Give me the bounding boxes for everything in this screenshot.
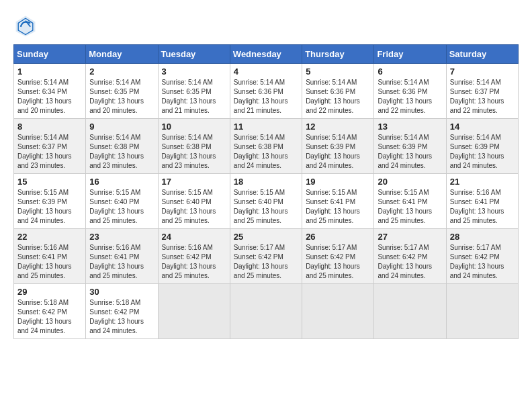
sunset-text: Sunset: 6:41 PM bbox=[450, 197, 515, 207]
calendar-week-4: 22 Sunrise: 5:16 AM Sunset: 6:41 PM Dayl… bbox=[14, 229, 519, 284]
calendar-cell: 7 Sunrise: 5:14 AM Sunset: 6:37 PM Dayli… bbox=[446, 64, 518, 119]
sunset-text: Sunset: 6:42 PM bbox=[234, 253, 298, 262]
day-number: 3 bbox=[162, 66, 226, 77]
cell-content: Sunrise: 5:14 AM Sunset: 6:39 PM Dayligh… bbox=[378, 133, 442, 171]
cell-content: Sunrise: 5:16 AM Sunset: 6:41 PM Dayligh… bbox=[450, 188, 515, 226]
sunrise-text: Sunrise: 5:14 AM bbox=[162, 133, 226, 142]
daylight-text: Daylight: 13 hours and 25 minutes. bbox=[306, 207, 370, 226]
daylight-text: Daylight: 13 hours and 25 minutes. bbox=[234, 207, 298, 226]
cell-content: Sunrise: 5:17 AM Sunset: 6:42 PM Dayligh… bbox=[378, 243, 442, 281]
day-number: 17 bbox=[162, 177, 226, 187]
col-saturday: Saturday bbox=[446, 45, 518, 64]
daylight-text: Daylight: 13 hours and 22 minutes. bbox=[306, 97, 370, 116]
sunrise-text: Sunrise: 5:17 AM bbox=[306, 243, 370, 253]
calendar-cell: 17 Sunrise: 5:15 AM Sunset: 6:40 PM Dayl… bbox=[158, 174, 230, 229]
col-friday: Friday bbox=[374, 45, 446, 64]
day-number: 11 bbox=[234, 122, 298, 132]
sunset-text: Sunset: 6:41 PM bbox=[89, 253, 154, 262]
calendar-cell: 5 Sunrise: 5:14 AM Sunset: 6:36 PM Dayli… bbox=[302, 64, 374, 119]
calendar-cell bbox=[158, 284, 230, 339]
calendar-cell: 9 Sunrise: 5:14 AM Sunset: 6:38 PM Dayli… bbox=[86, 119, 158, 174]
calendar-cell: 11 Sunrise: 5:14 AM Sunset: 6:38 PM Dayl… bbox=[230, 119, 302, 174]
calendar-cell: 23 Sunrise: 5:16 AM Sunset: 6:41 PM Dayl… bbox=[86, 229, 158, 284]
calendar-cell: 15 Sunrise: 5:15 AM Sunset: 6:39 PM Dayl… bbox=[14, 174, 86, 229]
cell-content: Sunrise: 5:14 AM Sunset: 6:36 PM Dayligh… bbox=[306, 78, 370, 116]
sunrise-text: Sunrise: 5:18 AM bbox=[17, 298, 82, 308]
cell-content: Sunrise: 5:18 AM Sunset: 6:42 PM Dayligh… bbox=[89, 298, 154, 336]
day-number: 18 bbox=[234, 177, 298, 187]
sunset-text: Sunset: 6:42 PM bbox=[450, 253, 515, 262]
cell-content: Sunrise: 5:14 AM Sunset: 6:38 PM Dayligh… bbox=[162, 133, 226, 171]
day-number: 9 bbox=[89, 122, 154, 132]
calendar-week-3: 15 Sunrise: 5:15 AM Sunset: 6:39 PM Dayl… bbox=[14, 174, 519, 229]
sunrise-text: Sunrise: 5:16 AM bbox=[450, 188, 515, 197]
sunrise-text: Sunrise: 5:15 AM bbox=[378, 188, 442, 197]
sunrise-text: Sunrise: 5:16 AM bbox=[17, 243, 82, 253]
sunset-text: Sunset: 6:36 PM bbox=[306, 87, 370, 97]
sunrise-text: Sunrise: 5:14 AM bbox=[234, 133, 298, 142]
calendar-cell: 25 Sunrise: 5:17 AM Sunset: 6:42 PM Dayl… bbox=[230, 229, 302, 284]
calendar-header: Sunday Monday Tuesday Wednesday Thursday… bbox=[14, 45, 519, 64]
daylight-text: Daylight: 13 hours and 25 minutes. bbox=[89, 207, 154, 226]
daylight-text: Daylight: 13 hours and 22 minutes. bbox=[450, 97, 515, 116]
cell-content: Sunrise: 5:14 AM Sunset: 6:39 PM Dayligh… bbox=[450, 133, 515, 171]
daylight-text: Daylight: 13 hours and 24 minutes. bbox=[17, 207, 82, 226]
day-number: 8 bbox=[17, 122, 82, 132]
sunrise-text: Sunrise: 5:17 AM bbox=[378, 243, 442, 253]
calendar-week-2: 8 Sunrise: 5:14 AM Sunset: 6:37 PM Dayli… bbox=[14, 119, 519, 174]
sunset-text: Sunset: 6:42 PM bbox=[89, 308, 154, 317]
sunset-text: Sunset: 6:40 PM bbox=[89, 197, 154, 207]
daylight-text: Daylight: 13 hours and 24 minutes. bbox=[306, 152, 370, 171]
cell-content: Sunrise: 5:15 AM Sunset: 6:40 PM Dayligh… bbox=[89, 188, 154, 226]
daylight-text: Daylight: 13 hours and 24 minutes. bbox=[450, 262, 515, 281]
calendar-cell: 20 Sunrise: 5:15 AM Sunset: 6:41 PM Dayl… bbox=[374, 174, 446, 229]
sunset-text: Sunset: 6:38 PM bbox=[162, 142, 226, 152]
calendar-week-5: 29 Sunrise: 5:18 AM Sunset: 6:42 PM Dayl… bbox=[14, 284, 519, 339]
cell-content: Sunrise: 5:15 AM Sunset: 6:41 PM Dayligh… bbox=[378, 188, 442, 226]
sunrise-text: Sunrise: 5:15 AM bbox=[306, 188, 370, 197]
daylight-text: Daylight: 13 hours and 22 minutes. bbox=[378, 97, 442, 116]
day-number: 19 bbox=[306, 177, 370, 187]
cell-content: Sunrise: 5:14 AM Sunset: 6:35 PM Dayligh… bbox=[89, 78, 154, 116]
sunset-text: Sunset: 6:39 PM bbox=[378, 142, 442, 152]
calendar-cell: 3 Sunrise: 5:14 AM Sunset: 6:35 PM Dayli… bbox=[158, 64, 230, 119]
sunset-text: Sunset: 6:37 PM bbox=[17, 142, 82, 152]
sunrise-text: Sunrise: 5:16 AM bbox=[162, 243, 226, 253]
calendar-cell bbox=[230, 284, 302, 339]
daylight-text: Daylight: 13 hours and 25 minutes. bbox=[17, 262, 82, 281]
calendar-cell: 2 Sunrise: 5:14 AM Sunset: 6:35 PM Dayli… bbox=[86, 64, 158, 119]
day-number: 23 bbox=[89, 232, 154, 242]
cell-content: Sunrise: 5:15 AM Sunset: 6:40 PM Dayligh… bbox=[162, 188, 226, 226]
day-number: 27 bbox=[378, 232, 442, 242]
sunrise-text: Sunrise: 5:14 AM bbox=[89, 133, 154, 142]
sunset-text: Sunset: 6:42 PM bbox=[17, 308, 82, 317]
calendar-cell: 30 Sunrise: 5:18 AM Sunset: 6:42 PM Dayl… bbox=[86, 284, 158, 339]
cell-content: Sunrise: 5:14 AM Sunset: 6:35 PM Dayligh… bbox=[162, 78, 226, 116]
calendar-cell: 8 Sunrise: 5:14 AM Sunset: 6:37 PM Dayli… bbox=[14, 119, 86, 174]
sunset-text: Sunset: 6:40 PM bbox=[162, 197, 226, 207]
cell-content: Sunrise: 5:16 AM Sunset: 6:42 PM Dayligh… bbox=[162, 243, 226, 281]
sunrise-text: Sunrise: 5:17 AM bbox=[450, 243, 515, 253]
day-number: 24 bbox=[162, 232, 226, 242]
sunset-text: Sunset: 6:38 PM bbox=[89, 142, 154, 152]
daylight-text: Daylight: 13 hours and 24 minutes. bbox=[450, 152, 515, 171]
sunrise-text: Sunrise: 5:15 AM bbox=[17, 188, 82, 197]
sunrise-text: Sunrise: 5:14 AM bbox=[89, 78, 154, 87]
sunrise-text: Sunrise: 5:16 AM bbox=[89, 243, 154, 253]
day-number: 4 bbox=[234, 66, 298, 77]
daylight-text: Daylight: 13 hours and 23 minutes. bbox=[162, 152, 226, 171]
sunset-text: Sunset: 6:37 PM bbox=[450, 87, 515, 97]
sunrise-text: Sunrise: 5:17 AM bbox=[234, 243, 298, 253]
daylight-text: Daylight: 13 hours and 21 minutes. bbox=[234, 97, 298, 116]
day-number: 2 bbox=[89, 66, 154, 77]
cell-content: Sunrise: 5:17 AM Sunset: 6:42 PM Dayligh… bbox=[450, 243, 515, 281]
sunrise-text: Sunrise: 5:14 AM bbox=[17, 78, 82, 87]
sunrise-text: Sunrise: 5:14 AM bbox=[450, 133, 515, 142]
calendar-cell: 21 Sunrise: 5:16 AM Sunset: 6:41 PM Dayl… bbox=[446, 174, 518, 229]
daylight-text: Daylight: 13 hours and 24 minutes. bbox=[89, 317, 154, 336]
daylight-text: Daylight: 13 hours and 25 minutes. bbox=[162, 207, 226, 226]
day-number: 6 bbox=[378, 66, 442, 77]
sunrise-text: Sunrise: 5:14 AM bbox=[234, 78, 298, 87]
calendar-cell: 6 Sunrise: 5:14 AM Sunset: 6:36 PM Dayli… bbox=[374, 64, 446, 119]
daylight-text: Daylight: 13 hours and 25 minutes. bbox=[306, 262, 370, 281]
